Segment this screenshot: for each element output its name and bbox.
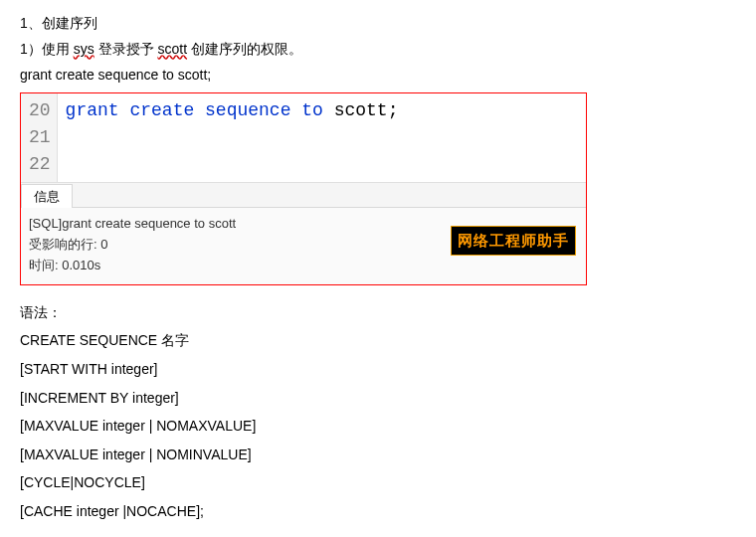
step-1-prefix: 1）使用 xyxy=(20,41,74,57)
line-number: 22 xyxy=(29,151,51,178)
affected-value: 0 xyxy=(100,237,107,252)
step-1-suffix: 创建序列的权限。 xyxy=(187,41,302,57)
watermark-badge: 网络工程师助手 xyxy=(451,226,576,256)
sql-identifier: scott; xyxy=(334,100,399,120)
line-number: 20 xyxy=(29,97,51,124)
tab-info[interactable]: 信息 xyxy=(21,184,73,209)
result-tabs: 信息 xyxy=(21,182,586,208)
syntax-line: [START WITH integer] xyxy=(20,356,736,383)
time-value: 0.010s xyxy=(62,258,100,272)
grant-statement-text: grant create sequence to scott; xyxy=(20,64,736,88)
step-1-text: 1）使用 sys 登录授予 scott 创建序列的权限。 xyxy=(20,38,736,62)
line-number: 21 xyxy=(29,124,51,151)
syntax-line: [CACHE integer |NOCACHE]; xyxy=(20,498,736,525)
syntax-line: [MAXVALUE integer | NOMINVALUE] xyxy=(20,442,736,468)
output-panel: [SQL]grant create sequence to scott 受影响的… xyxy=(21,208,586,283)
line-gutter: 20 21 22 xyxy=(21,93,58,182)
sql-keywords: grant create sequence to xyxy=(66,100,334,120)
code-screenshot-box: 20 21 22 grant create sequence to scott;… xyxy=(20,92,587,284)
syntax-line: [CYCLE|NOCYCLE] xyxy=(20,469,736,496)
code-line: grant create sequence to scott; xyxy=(66,97,578,124)
code-area[interactable]: grant create sequence to scott; xyxy=(58,93,586,182)
syntax-line: [INCREMENT BY integer] xyxy=(20,385,736,412)
heading-create-sequence: 1、创建序列 xyxy=(20,12,736,36)
syntax-header: 语法： xyxy=(20,299,736,326)
tabs-filler xyxy=(73,183,586,208)
scott-keyword: scott xyxy=(157,41,187,57)
syntax-line: [MAXVALUE integer | NOMAXVALUE] xyxy=(20,413,736,440)
sys-keyword: sys xyxy=(74,41,94,57)
output-time: 时间: 0.010s xyxy=(29,256,578,276)
sql-editor: 20 21 22 grant create sequence to scott; xyxy=(21,93,586,182)
syntax-line: CREATE SEQUENCE 名字 xyxy=(20,327,736,354)
syntax-block: 语法： CREATE SEQUENCE 名字 [START WITH integ… xyxy=(20,299,736,525)
time-label: 时间: xyxy=(29,258,62,272)
step-1-mid: 登录授予 xyxy=(94,41,158,57)
affected-label: 受影响的行: xyxy=(29,237,100,252)
